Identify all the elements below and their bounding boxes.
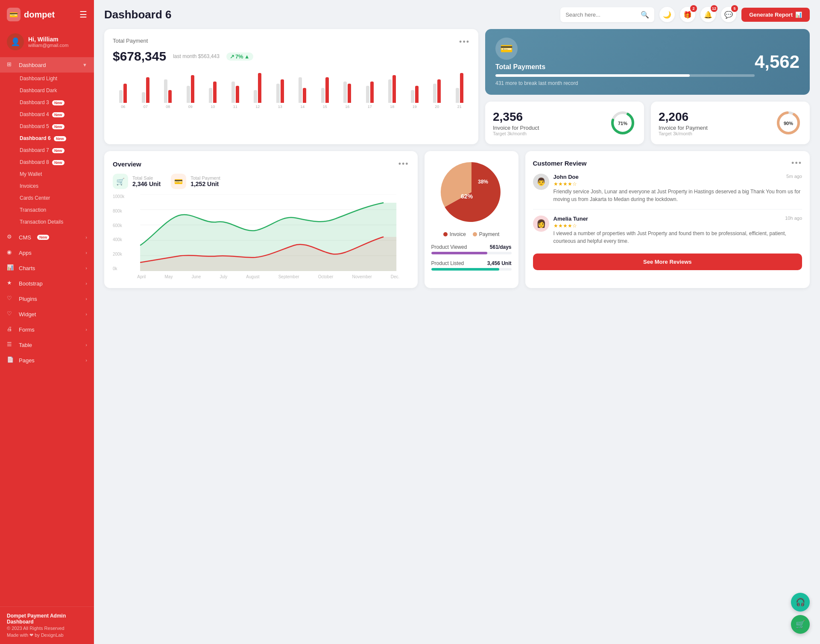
nav-item-table[interactable]: ☰ Table › [0, 337, 94, 353]
sidebar-item-invoices[interactable]: Invoices [13, 180, 94, 192]
invoice-payment-donut: 90% [775, 109, 802, 137]
bar-group-1 [135, 75, 156, 103]
customer-review-card: Customer Review ••• 👨 John Doe 5m ago ★★… [525, 151, 810, 288]
nav-item-dashboard[interactable]: ⊞ Dashboard ▼ [0, 57, 94, 73]
messages-button[interactable]: 💬 5 [721, 7, 736, 22]
sidebar-footer: Dompet Payment Admin Dashboard © 2023 Al… [0, 606, 94, 644]
sidebar-item-my-wallet[interactable]: My Wallet [13, 168, 94, 180]
sidebar-item-cards-center[interactable]: Cards Center [13, 192, 94, 204]
bar-group-15 [449, 75, 470, 103]
nav-item-charts[interactable]: 📊 Charts › [0, 260, 94, 276]
nav-item-widget[interactable]: ♡ Widget › [0, 306, 94, 322]
nav-item-plugins[interactable]: ♡ Plugins › [0, 291, 94, 306]
sidebar-item-dashboard-4[interactable]: Dashboard 4 New [13, 108, 94, 120]
widget-subtitle: 431 more to break last month record [495, 80, 755, 86]
sidebar-item-dashboard-5[interactable]: Dashboard 5 New [13, 120, 94, 132]
bar-group-0 [113, 75, 134, 103]
sidebar-item-transaction-details[interactable]: Transaction Details [13, 216, 94, 228]
sidebar-item-dashboard-7[interactable]: Dashboard 7 New [13, 144, 94, 156]
invoice-row: 2,356 Invoice for Product Target 3k/mont… [485, 102, 810, 144]
reviewer-2-stars: ★★★★☆ [554, 223, 802, 229]
reviewer-2-content: Amelia Tuner 10h ago ★★★★☆ I viewed a nu… [554, 216, 802, 245]
product-viewed-value: 561/days [490, 244, 512, 250]
total-payment-stat: 💳 Total Payment 1,252 Unit [171, 174, 220, 189]
theme-toggle-button[interactable]: 🌙 [659, 7, 675, 22]
bar-red-14 [437, 79, 441, 103]
bar-label-14: 20 [427, 105, 448, 109]
sidebar-item-dashboard-light[interactable]: Dashboard Light [13, 73, 94, 85]
bar-gray-5 [231, 82, 235, 103]
bar-label-1: 07 [135, 105, 156, 109]
chevron-right-icon-forms: › [85, 327, 87, 332]
fab-container: 🎧 🛒 [791, 593, 810, 634]
pie-legend: Invoice Payment [443, 231, 499, 237]
bar-red-3 [191, 75, 194, 103]
review-menu-button[interactable]: ••• [791, 159, 802, 168]
y-label-400k: 400k [113, 237, 124, 242]
svg-text:90%: 90% [784, 121, 793, 126]
sidebar-item-transaction[interactable]: Transaction [13, 204, 94, 216]
logo-icon: 💳 [7, 8, 20, 21]
x-label-june: June [192, 274, 201, 279]
invoice-product-label: Invoice for Product [493, 125, 539, 131]
nav-item-forms[interactable]: 🖨 Forms › [0, 322, 94, 337]
nav-label-widget: Widget [19, 311, 36, 318]
bar-gray-3 [187, 86, 190, 103]
invoice-dot [443, 232, 448, 236]
total-sale-label: Total Sale [132, 175, 161, 181]
search-input[interactable] [565, 12, 637, 18]
messages-badge: 5 [731, 5, 738, 12]
sidebar-item-dashboard-8[interactable]: Dashboard 8 New [13, 156, 94, 168]
footer-made-text: Made with ❤ by DexignLab [7, 632, 64, 638]
reviewer-2-name: Amelia Tuner [554, 216, 588, 222]
invoice-payment-info: 2,206 Invoice for Payment Target 3k/mont… [659, 110, 708, 136]
cms-badge: New [37, 235, 50, 240]
svg-text:71%: 71% [618, 121, 627, 126]
trend-up-icon: ▲ [244, 53, 250, 60]
sidebar-nav: ⊞ Dashboard ▼ Dashboard Light Dashboard … [0, 57, 94, 606]
overview-menu-button[interactable]: ••• [398, 160, 409, 169]
bar-gray-10 [343, 82, 347, 103]
sidebar-header: 💳 dompet ☰ [0, 0, 94, 29]
total-payment-stat-value: 1,252 Unit [190, 181, 220, 187]
nav-item-bootstrap[interactable]: ★ Bootstrap › [0, 276, 94, 291]
hamburger-icon[interactable]: ☰ [79, 9, 87, 20]
bar-group-12 [382, 75, 403, 103]
nav-item-pages[interactable]: 📄 Pages › [0, 353, 94, 368]
reviewer-2-avatar: 👩 [533, 216, 549, 232]
cart-fab[interactable]: 🛒 [791, 615, 810, 634]
trend-line-icon: ↗ [230, 53, 234, 60]
total-sale-stat: 🛒 Total Sale 2,346 Unit [113, 174, 161, 189]
review-divider [533, 209, 802, 210]
bar-red-15 [460, 73, 463, 103]
product-viewed-label: Product Viewed [431, 244, 467, 250]
chevron-right-icon-table: › [85, 342, 87, 347]
product-listed-header: Product Listed 3,456 Unit [431, 260, 512, 266]
total-payment-menu-button[interactable]: ••• [459, 38, 470, 47]
nav-item-cms[interactable]: ⚙ CMS New › [0, 230, 94, 245]
legend-invoice: Invoice [443, 231, 466, 237]
notifications-badge: 12 [711, 5, 718, 12]
footer-made-by: Made with ❤ by DexignLab [7, 632, 87, 638]
user-email: william@gmail.com [28, 43, 68, 48]
chevron-down-icon: ▼ [82, 62, 87, 67]
support-fab[interactable]: 🎧 [791, 593, 810, 612]
search-box[interactable]: 🔍 [560, 7, 654, 22]
notifications-button[interactable]: 🔔 12 [700, 7, 716, 22]
review-card-header: Customer Review ••• [533, 159, 802, 168]
search-icon: 🔍 [641, 11, 649, 19]
x-label-april: April [137, 274, 146, 279]
nav-item-apps[interactable]: ◉ Apps › [0, 245, 94, 260]
generate-report-button[interactable]: Generate Report 📊 [741, 8, 810, 22]
nav-label-cms: CMS [19, 234, 31, 241]
sidebar-item-dashboard-dark[interactable]: Dashboard Dark [13, 85, 94, 96]
sidebar-item-dashboard-3[interactable]: Dashboard 3 New [13, 96, 94, 108]
see-more-reviews-button[interactable]: See More Reviews [533, 254, 802, 270]
gift-button[interactable]: 🎁 2 [680, 7, 695, 22]
sidebar-item-dashboard-6[interactable]: Dashboard 6 New [13, 132, 94, 144]
plugins-icon: ♡ [7, 295, 15, 303]
total-payment-amount: $678,345 [113, 49, 166, 64]
y-label-1000k: 1000k [113, 194, 124, 199]
gift-icon: 🎁 [683, 11, 692, 19]
y-axis-labels: 1000k 800k 600k 400k 200k 0k [113, 194, 124, 280]
